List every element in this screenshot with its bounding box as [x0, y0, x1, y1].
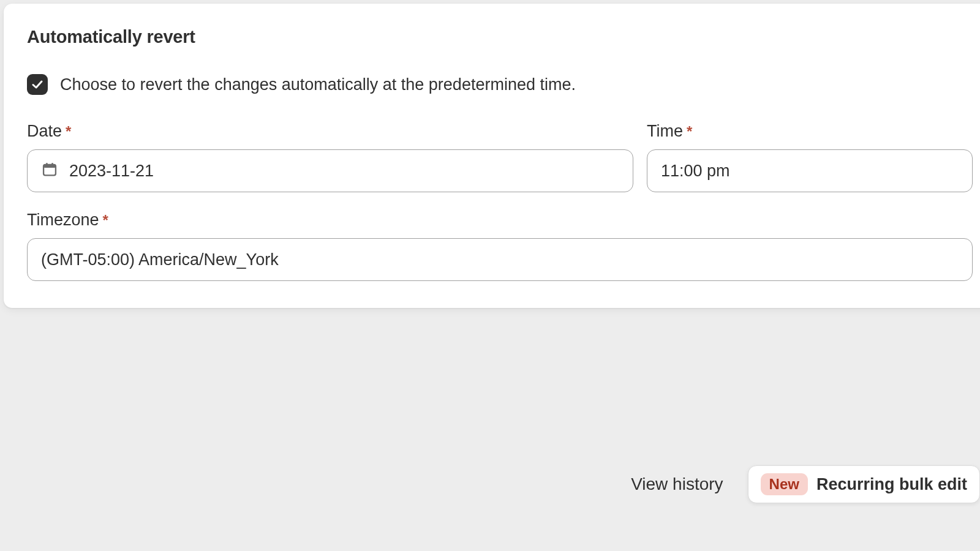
- time-input[interactable]: [661, 162, 959, 181]
- timezone-value: (GMT-05:00) America/New_York: [41, 250, 959, 269]
- date-input-wrap[interactable]: [27, 149, 633, 192]
- svg-rect-3: [43, 165, 56, 168]
- required-asterisk: *: [66, 123, 71, 140]
- required-asterisk: *: [687, 123, 692, 140]
- timezone-select[interactable]: (GMT-05:00) America/New_York: [27, 238, 973, 281]
- footer-bar: View history New Recurring bulk edit: [631, 465, 980, 503]
- date-time-row: Date* Time*: [27, 122, 973, 192]
- recurring-bulk-edit-button[interactable]: New Recurring bulk edit: [748, 465, 980, 503]
- date-label-text: Date: [27, 122, 62, 140]
- svg-rect-4: [46, 163, 48, 167]
- svg-rect-5: [51, 163, 53, 167]
- calendar-icon: [41, 161, 58, 181]
- auto-revert-checkbox-label: Choose to revert the changes automatical…: [60, 75, 576, 94]
- recurring-bulk-edit-label: Recurring bulk edit: [816, 475, 967, 494]
- time-field: Time*: [647, 122, 973, 192]
- check-icon: [31, 78, 43, 91]
- view-history-button[interactable]: View history: [631, 474, 723, 494]
- time-input-wrap[interactable]: [647, 149, 973, 192]
- time-label: Time*: [647, 122, 973, 141]
- required-asterisk: *: [103, 212, 108, 228]
- section-title: Automatically revert: [27, 27, 973, 47]
- date-field: Date*: [27, 122, 633, 192]
- timezone-label: Timezone*: [27, 211, 973, 230]
- date-input[interactable]: [69, 162, 619, 181]
- timezone-label-text: Timezone: [27, 211, 99, 229]
- auto-revert-checkbox-row: Choose to revert the changes automatical…: [27, 74, 973, 95]
- new-badge: New: [761, 473, 808, 495]
- date-label: Date*: [27, 122, 633, 141]
- auto-revert-card: Automatically revert Choose to revert th…: [4, 4, 980, 308]
- time-label-text: Time: [647, 122, 683, 140]
- auto-revert-checkbox[interactable]: [27, 74, 48, 95]
- timezone-field: Timezone* (GMT-05:00) America/New_York: [27, 211, 973, 281]
